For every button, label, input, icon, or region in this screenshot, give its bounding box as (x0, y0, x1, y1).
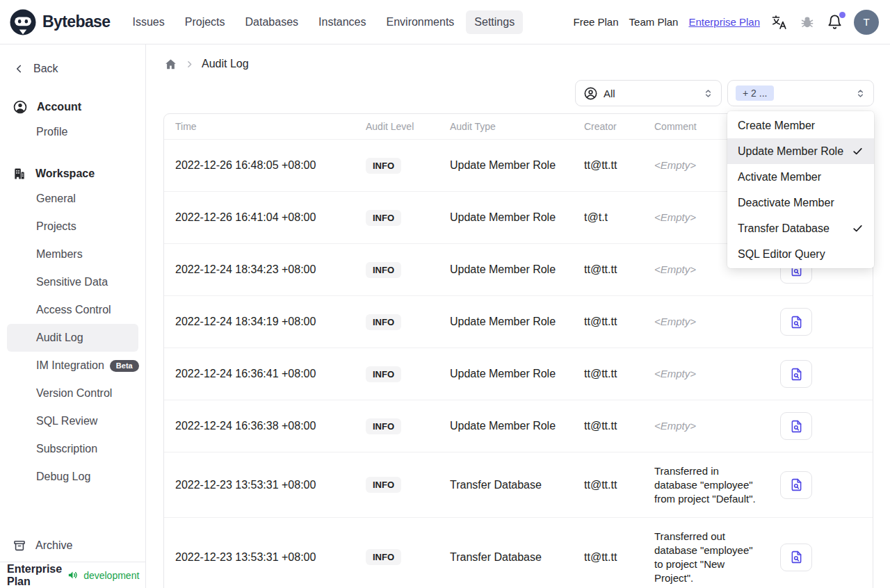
back-label: Back (33, 63, 58, 75)
check-icon (852, 222, 864, 234)
actions-cell (769, 452, 873, 517)
sidebar-item-version-control[interactable]: Version Control (0, 379, 145, 407)
sidebar-item-subscription[interactable]: Subscription (0, 435, 145, 463)
notifications-bell-icon[interactable] (826, 13, 843, 31)
sidebar-item-access-control[interactable]: Access Control (0, 296, 145, 324)
sidebar-item-debug-log[interactable]: Debug Log (0, 463, 145, 491)
menu-item-label: Transfer Database (738, 222, 830, 235)
sidebar-item-label: General (36, 193, 76, 205)
bytebase-logo[interactable]: Bytebase (10, 9, 110, 35)
sidebar-item-label: Projects (36, 220, 76, 233)
menu-item-deactivate-member[interactable]: Deactivate Member (727, 190, 874, 215)
sidebar-item-im-integration[interactable]: IM IntegrationBeta (0, 352, 145, 379)
audit-level-cell: INFO (355, 517, 439, 588)
nav-settings[interactable]: Settings (466, 10, 523, 34)
sidebar-item-label: SQL Review (36, 415, 97, 427)
sidebar-item-archive[interactable]: Archive (0, 530, 145, 562)
audit-level-badge: INFO (366, 418, 401, 434)
sidebar-item-sql-review[interactable]: SQL Review (0, 407, 145, 435)
audit-level-badge: INFO (366, 366, 401, 382)
audit-level-cell: INFO (355, 243, 439, 295)
view-detail-button[interactable] (780, 308, 812, 336)
sidebar-item-audit-log[interactable]: Audit Log (7, 324, 138, 352)
archive-icon (13, 539, 26, 553)
bytebase-logo-icon (10, 9, 36, 35)
audit-level-badge: INFO (366, 158, 401, 174)
menu-item-label: Create Member (738, 120, 815, 132)
menu-item-sql-editor-query[interactable]: SQL Editor Query (727, 241, 874, 267)
notification-dot (839, 12, 846, 18)
speaker-icon[interactable] (67, 569, 79, 581)
sidebar-section-label: Account (37, 101, 81, 113)
audit-type-cell: Update Member Role (439, 191, 573, 243)
actions-cell (769, 400, 873, 452)
menu-item-create-member[interactable]: Create Member (727, 113, 874, 138)
audit-type-cell: Update Member Role (439, 295, 573, 348)
audit-level-badge: INFO (366, 477, 401, 493)
menu-item-update-member-role[interactable]: Update Member Role (727, 138, 874, 164)
sidebar-item-members[interactable]: Members (0, 240, 145, 268)
file-search-icon (789, 550, 804, 564)
creator-cell: tt@tt.tt (573, 452, 643, 517)
audit-level-badge: INFO (366, 262, 401, 278)
brand-name: Bytebase (42, 13, 110, 31)
comment-cell: <Empty> (643, 295, 769, 348)
breadcrumb-chevron-icon (185, 60, 194, 69)
menu-item-activate-member[interactable]: Activate Member (727, 164, 874, 190)
sidebar-item-projects[interactable]: Projects (0, 213, 145, 240)
sidebar-item-profile[interactable]: Profile (0, 118, 145, 146)
audit-time-cell: 2022-12-23 13:53:31 +08:00 (164, 517, 355, 588)
sidebar-item-sensitive-data[interactable]: Sensitive Data (0, 268, 145, 296)
view-detail-button[interactable] (780, 412, 812, 440)
view-detail-button[interactable] (780, 544, 812, 571)
sidebar-item-label: Profile (36, 126, 67, 138)
nav-environments[interactable]: Environments (378, 10, 463, 34)
table-row: 2022-12-23 13:53:31 +08:00INFOTransfer D… (164, 517, 873, 588)
audit-type-cell: Update Member Role (439, 139, 573, 191)
home-icon[interactable] (164, 58, 177, 71)
back-button[interactable]: Back (0, 58, 145, 79)
translate-icon[interactable] (770, 13, 788, 31)
sidebar-item-label: Audit Log (36, 332, 83, 344)
view-detail-button[interactable] (780, 471, 812, 499)
main-nav: IssuesProjectsDatabasesInstancesEnvironm… (124, 10, 523, 34)
audit-time-cell: 2022-12-24 16:36:41 +08:00 (164, 348, 355, 400)
breadcrumb: Audit Log (164, 56, 874, 72)
sidebar-item-label: Access Control (36, 304, 111, 316)
table-row: 2022-12-24 16:36:41 +08:00INFOUpdate Mem… (164, 348, 873, 400)
column-header-audit-type: Audit Type (439, 114, 573, 139)
sidebar-item-general[interactable]: General (0, 185, 145, 213)
nav-instances[interactable]: Instances (310, 10, 374, 34)
audit-level-badge: INFO (366, 210, 401, 226)
user-avatar[interactable]: T (854, 10, 879, 35)
audit-level-badge: INFO (366, 314, 401, 330)
creator-filter-select[interactable]: All (575, 80, 722, 106)
nav-issues[interactable]: Issues (124, 10, 172, 34)
audit-type-filter-select[interactable]: + 2 ... (727, 80, 874, 106)
comment-value: <Empty> (654, 316, 696, 327)
file-search-icon (789, 315, 804, 329)
creator-cell: tt@tt.tt (573, 348, 643, 400)
view-detail-button[interactable] (780, 360, 812, 388)
sidebar-section-workspace: Workspace (0, 163, 145, 185)
audit-level-cell: INFO (355, 295, 439, 348)
file-search-icon (789, 477, 804, 492)
nav-databases[interactable]: Databases (237, 10, 307, 34)
menu-item-transfer-database[interactable]: Transfer Database (727, 215, 874, 241)
current-plan-label: Enterprise Plan (7, 563, 62, 588)
audit-type-cell: Update Member Role (439, 243, 573, 295)
nav-projects[interactable]: Projects (177, 10, 234, 34)
sidebar-item-label: Subscription (36, 443, 97, 455)
building-icon (13, 167, 26, 181)
audit-level-cell: INFO (355, 191, 439, 243)
audit-level-cell: INFO (355, 452, 439, 517)
menu-item-label: Activate Member (738, 171, 821, 183)
plan-enterprise-link[interactable]: Enterprise Plan (688, 16, 760, 28)
audit-time-cell: 2022-12-24 18:34:23 +08:00 (164, 243, 355, 295)
comment-value: <Empty> (654, 420, 696, 432)
bug-icon[interactable] (798, 13, 816, 31)
creator-cell: tt@tt.tt (573, 295, 643, 348)
creator-cell: tt@tt.tt (573, 243, 643, 295)
audit-type-cell: Transfer Database (439, 452, 573, 517)
sidebar-item-label: Members (36, 248, 83, 261)
